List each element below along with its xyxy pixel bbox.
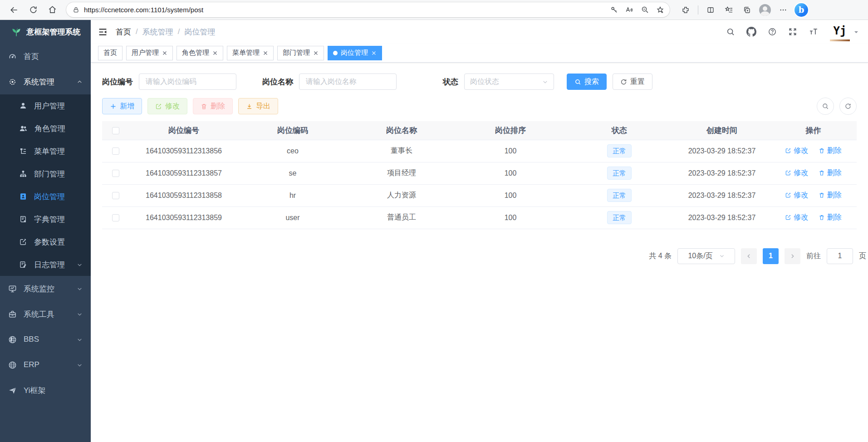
help-icon[interactable] xyxy=(768,27,777,36)
sidebar-item-dictionaries[interactable]: 字典管理 xyxy=(0,208,91,231)
header-search-icon[interactable] xyxy=(726,27,735,36)
read-aloud-icon[interactable] xyxy=(623,3,636,17)
tab-departments[interactable]: 部门管理 xyxy=(277,46,324,60)
app-logo[interactable]: 意框架管理系统 xyxy=(0,20,91,44)
post-code-input[interactable] xyxy=(139,74,236,90)
add-favorite-icon[interactable] xyxy=(653,3,667,17)
close-icon[interactable] xyxy=(313,50,319,56)
font-size-icon[interactable] xyxy=(809,27,819,36)
split-screen-icon[interactable] xyxy=(703,2,718,18)
close-icon[interactable] xyxy=(263,50,268,56)
favorites-icon[interactable] xyxy=(721,2,736,18)
sidebar-item-menus[interactable]: 菜单管理 xyxy=(0,140,91,162)
close-icon[interactable] xyxy=(162,50,167,56)
sidebar-item-home[interactable]: 首页 xyxy=(0,44,91,69)
breadcrumb-home[interactable]: 首页 xyxy=(116,27,131,37)
post-badge-icon xyxy=(19,192,27,201)
close-icon[interactable] xyxy=(371,50,377,56)
sidebar-item-label: 字典管理 xyxy=(34,214,65,225)
breadcrumb-current: 岗位管理 xyxy=(184,27,215,37)
prev-page-button[interactable] xyxy=(741,248,757,264)
row-delete-link[interactable]: 删除 xyxy=(819,213,842,222)
key-icon[interactable] xyxy=(607,3,621,17)
sidebar-item-posts[interactable]: 岗位管理 xyxy=(0,185,91,208)
row-delete-link[interactable]: 删除 xyxy=(819,191,842,200)
tab-roles[interactable]: 角色管理 xyxy=(177,46,223,60)
github-icon[interactable] xyxy=(746,27,756,37)
dictionary-icon xyxy=(19,215,27,223)
status-select[interactable]: 岗位状态 xyxy=(464,74,554,90)
sidebar-item-label: 岗位管理 xyxy=(34,192,65,202)
row-edit-link[interactable]: 修改 xyxy=(785,146,808,156)
goto-page-input[interactable] xyxy=(827,248,853,264)
refresh-table-button[interactable] xyxy=(839,98,857,115)
back-icon[interactable] xyxy=(6,2,22,18)
delete-button[interactable]: 删除 xyxy=(193,98,233,114)
page-size-select[interactable]: 10条/页 xyxy=(677,248,735,264)
paper-plane-icon xyxy=(8,386,17,395)
total-count: 共 4 条 xyxy=(649,251,672,261)
row-checkbox[interactable] xyxy=(112,170,119,177)
table-header-row: 岗位编号 岗位编码 岗位名称 岗位排序 状态 创建时间 操作 xyxy=(102,121,857,140)
tab-menus[interactable]: 菜单管理 xyxy=(227,46,274,60)
home-icon[interactable] xyxy=(44,2,60,18)
export-button[interactable]: 导出 xyxy=(238,98,278,114)
sidebar-item-logs[interactable]: 日志管理 xyxy=(0,253,91,276)
table-row[interactable]: 1641030593112313858 hr 人力资源 100 正常 2023-… xyxy=(102,184,857,206)
collections-icon[interactable] xyxy=(739,2,755,18)
user-avatar[interactable]: Yj xyxy=(830,22,859,41)
chevron-up-icon xyxy=(77,79,83,85)
sidebar-item-label: 部门管理 xyxy=(34,169,65,179)
row-edit-link[interactable]: 修改 xyxy=(785,213,808,222)
table-row[interactable]: 1641030593112313857 se 项目经理 100 正常 2023-… xyxy=(102,162,857,184)
row-checkbox[interactable] xyxy=(112,214,119,221)
sidebar-item-system[interactable]: 系统管理 xyxy=(0,69,91,94)
more-icon[interactable] xyxy=(775,2,791,18)
row-delete-link[interactable]: 删除 xyxy=(819,168,842,178)
search-button[interactable]: 搜索 xyxy=(567,74,607,90)
chevron-down-icon xyxy=(77,337,83,343)
bing-copilot-icon[interactable]: b xyxy=(794,2,809,18)
tab-users[interactable]: 用户管理 xyxy=(126,46,173,60)
select-all-checkbox[interactable] xyxy=(112,127,119,134)
fullscreen-icon[interactable] xyxy=(788,27,797,36)
toggle-search-button[interactable] xyxy=(817,98,834,115)
url-text[interactable]: https://ccnetcore.com:1101/system/post xyxy=(84,6,603,14)
edit-button[interactable]: 修改 xyxy=(147,98,187,114)
sidebar-item-tools[interactable]: 系统工具 xyxy=(0,301,91,327)
zoom-out-icon[interactable] xyxy=(638,3,652,17)
extensions-icon[interactable] xyxy=(678,2,693,18)
post-name-input[interactable] xyxy=(299,74,397,90)
refresh-icon[interactable] xyxy=(25,2,41,18)
next-page-button[interactable] xyxy=(785,248,800,264)
sidebar-item-parameters[interactable]: 参数设置 xyxy=(0,231,91,253)
add-button[interactable]: 新增 xyxy=(102,98,142,114)
sidebar-item-roles[interactable]: 角色管理 xyxy=(0,117,91,140)
address-bar[interactable]: https://ccnetcore.com:1101/system/post xyxy=(66,2,670,17)
profile-icon[interactable] xyxy=(757,2,773,18)
sidebar-item-users[interactable]: 用户管理 xyxy=(0,94,91,117)
row-checkbox[interactable] xyxy=(112,147,119,155)
current-page[interactable]: 1 xyxy=(763,248,779,264)
edit-icon xyxy=(785,192,791,198)
sidebar-item-monitoring[interactable]: 系统监控 xyxy=(0,276,91,301)
table-row[interactable]: 1641030593112313856 ceo 董事长 100 正常 2023-… xyxy=(102,140,857,162)
browser-toolbar: https://ccnetcore.com:1101/system/post b xyxy=(0,0,868,20)
sidebar-item-erp[interactable]: ERP xyxy=(0,352,91,378)
row-edit-link[interactable]: 修改 xyxy=(785,191,808,200)
row-edit-link[interactable]: 修改 xyxy=(785,168,808,178)
row-checkbox[interactable] xyxy=(112,192,119,199)
table-row[interactable]: 1641030593112313859 user 普通员工 100 正常 202… xyxy=(102,206,857,229)
close-icon[interactable] xyxy=(212,50,218,56)
sidebar-item-bbs[interactable]: BBS xyxy=(0,327,91,352)
row-delete-link[interactable]: 删除 xyxy=(819,146,842,156)
sidebar-item-yi-framework[interactable]: Yi框架 xyxy=(0,378,91,403)
tab-home[interactable]: 首页 xyxy=(98,46,123,60)
lock-icon[interactable] xyxy=(73,6,79,13)
reset-button[interactable]: 重置 xyxy=(613,74,652,90)
download-icon xyxy=(246,103,253,110)
monitor-icon xyxy=(8,285,17,293)
tab-posts[interactable]: 岗位管理 xyxy=(328,46,382,60)
sidebar-item-departments[interactable]: 部门管理 xyxy=(0,162,91,185)
collapse-sidebar-icon[interactable] xyxy=(98,27,108,37)
